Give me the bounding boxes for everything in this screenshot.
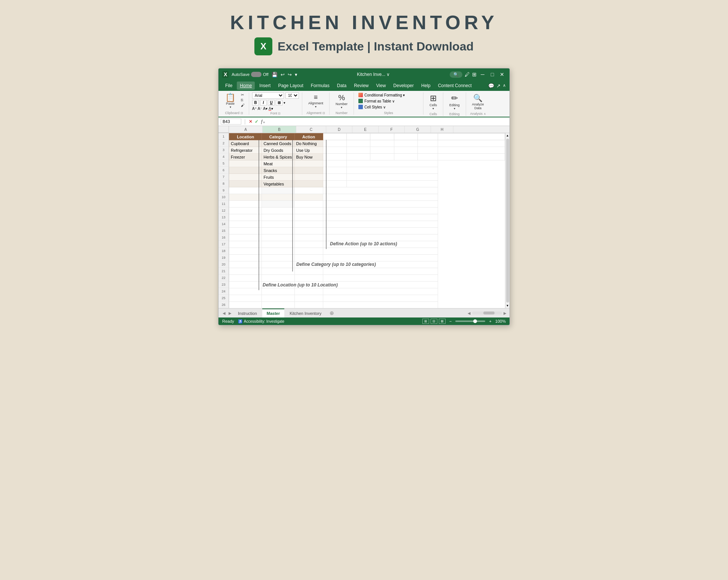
col-header-c[interactable]: C	[296, 126, 326, 133]
vertical-scrollbar[interactable]: ▲ ▼	[505, 133, 510, 308]
cell-b17[interactable]	[262, 241, 294, 248]
cell-b25[interactable]	[262, 295, 294, 302]
page-layout-view-button[interactable]: ⊟	[431, 319, 437, 324]
cell-e1[interactable]	[347, 134, 370, 140]
cell-c9[interactable]	[294, 187, 323, 194]
alignment-button[interactable]: ≡ Alignment ▾	[305, 92, 326, 110]
menu-home[interactable]: Home	[237, 82, 255, 90]
cell-c2[interactable]: Do Nothing	[294, 140, 323, 147]
cell-a17[interactable]	[229, 241, 262, 248]
customize-icon[interactable]: ▾	[295, 72, 297, 77]
font-family-select[interactable]: Arial	[252, 92, 284, 99]
minimize-button[interactable]: ─	[479, 71, 486, 78]
menu-file[interactable]: File	[222, 82, 235, 90]
menu-data[interactable]: Data	[334, 82, 349, 90]
cell-b2[interactable]: Canned Goods	[262, 140, 294, 147]
monitor-icon[interactable]: ⊞	[472, 71, 477, 77]
format-painter-button[interactable]: 🖌	[240, 103, 246, 108]
cell-h1[interactable]	[417, 134, 438, 140]
row-header-8[interactable]: 8	[218, 180, 229, 187]
page-break-view-button[interactable]: ⊠	[439, 319, 446, 324]
cell-b20[interactable]	[262, 261, 294, 268]
cell-b11[interactable]	[262, 201, 294, 208]
scroll-down-arrow[interactable]: ▼	[505, 303, 510, 308]
cell-c12[interactable]	[294, 208, 323, 214]
tab-master[interactable]: Master	[262, 309, 284, 317]
cell-c17[interactable]	[294, 241, 323, 248]
cell-b8[interactable]: Vegetables	[262, 181, 294, 187]
cell-a12[interactable]	[229, 208, 262, 214]
cell-b23[interactable]	[262, 282, 294, 288]
cell-a23[interactable]	[229, 282, 262, 288]
col-header-h[interactable]: H	[431, 126, 453, 133]
cell-h2[interactable]	[417, 140, 438, 147]
cell-c16[interactable]	[294, 234, 323, 241]
border-button[interactable]: ⊞	[276, 100, 282, 105]
cell-a18[interactable]	[229, 248, 262, 255]
cell-a22[interactable]	[229, 275, 262, 282]
cell-b24[interactable]	[262, 288, 294, 295]
cell-f3[interactable]	[370, 147, 394, 154]
cell-e4[interactable]	[347, 154, 370, 160]
menu-help[interactable]: Help	[418, 82, 434, 90]
cancel-icon[interactable]: ✕	[249, 119, 253, 124]
cell-a14[interactable]	[229, 221, 262, 228]
row-header-19[interactable]: 19	[218, 254, 229, 261]
comment-icon[interactable]: 💬	[488, 83, 494, 89]
cell-d1[interactable]	[323, 134, 346, 140]
cell-g1[interactable]	[394, 134, 417, 140]
row-header-18[interactable]: 18	[218, 248, 229, 254]
cell-f4[interactable]	[370, 154, 394, 160]
insert-function-icon[interactable]: ƒₓ	[261, 119, 265, 124]
cell-f2[interactable]	[370, 140, 394, 147]
format-as-table-button[interactable]: Format as Table ∨	[357, 98, 406, 104]
cell-c14[interactable]	[294, 221, 323, 228]
row-header-16[interactable]: 16	[218, 234, 229, 241]
cell-h3[interactable]	[417, 147, 438, 154]
zoom-plus-button[interactable]: +	[489, 319, 491, 323]
cell-b14[interactable]	[262, 221, 294, 228]
cell-b1[interactable]: Category	[262, 134, 294, 140]
cell-d5[interactable]	[323, 160, 346, 167]
cell-b21[interactable]	[262, 268, 294, 275]
row-header-12[interactable]: 12	[218, 207, 229, 214]
confirm-icon[interactable]: ✓	[255, 119, 259, 124]
cell-h4[interactable]	[417, 154, 438, 160]
cell-a4[interactable]: Freezer	[229, 154, 262, 160]
cell-b6[interactable]: Snacks	[262, 167, 294, 174]
cell-c6[interactable]	[294, 167, 323, 174]
menu-page-layout[interactable]: Page Layout	[275, 82, 306, 90]
cell-c21[interactable]	[294, 268, 323, 275]
autosave-toggle[interactable]	[251, 72, 261, 77]
row-header-26[interactable]: 26	[218, 301, 229, 308]
menu-content-connect[interactable]: Content Connect	[435, 82, 475, 90]
formula-input[interactable]	[268, 119, 507, 124]
cell-d4[interactable]	[323, 154, 346, 160]
cell-c4[interactable]: Buy Now	[294, 154, 323, 160]
row-header-5[interactable]: 5	[218, 160, 229, 167]
font-size-select[interactable]: 10	[285, 92, 299, 99]
cell-c25[interactable]	[294, 295, 323, 302]
row-header-22[interactable]: 22	[218, 274, 229, 281]
cell-a19[interactable]	[229, 255, 262, 261]
cell-d7[interactable]	[323, 174, 346, 181]
cell-c3[interactable]: Use Up	[294, 147, 323, 154]
row-header-11[interactable]: 11	[218, 200, 229, 207]
cell-b3[interactable]: Dry Goods	[262, 147, 294, 154]
cell-c1[interactable]: Action	[294, 134, 323, 140]
scroll-up-arrow[interactable]: ▲	[505, 133, 510, 138]
normal-view-button[interactable]: ⊞	[422, 319, 429, 324]
close-button[interactable]: ✕	[498, 71, 506, 78]
cell-a7[interactable]	[229, 174, 262, 181]
row-header-14[interactable]: 14	[218, 221, 229, 227]
pen-icon[interactable]: 🖊	[465, 71, 470, 77]
cell-a24[interactable]	[229, 288, 262, 295]
ribbon-collapse-icon[interactable]: ∧	[503, 83, 506, 89]
cell-a1[interactable]: Location	[229, 134, 262, 140]
horizontal-scrollbar[interactable]	[472, 312, 502, 314]
menu-formulas[interactable]: Formulas	[308, 82, 333, 90]
scroll-right-icon[interactable]: ▶	[504, 311, 507, 315]
cell-b4[interactable]: Herbs & Spices	[262, 154, 294, 160]
tab-next-icon[interactable]: ▶	[227, 310, 233, 316]
scroll-thumb[interactable]	[506, 139, 509, 303]
